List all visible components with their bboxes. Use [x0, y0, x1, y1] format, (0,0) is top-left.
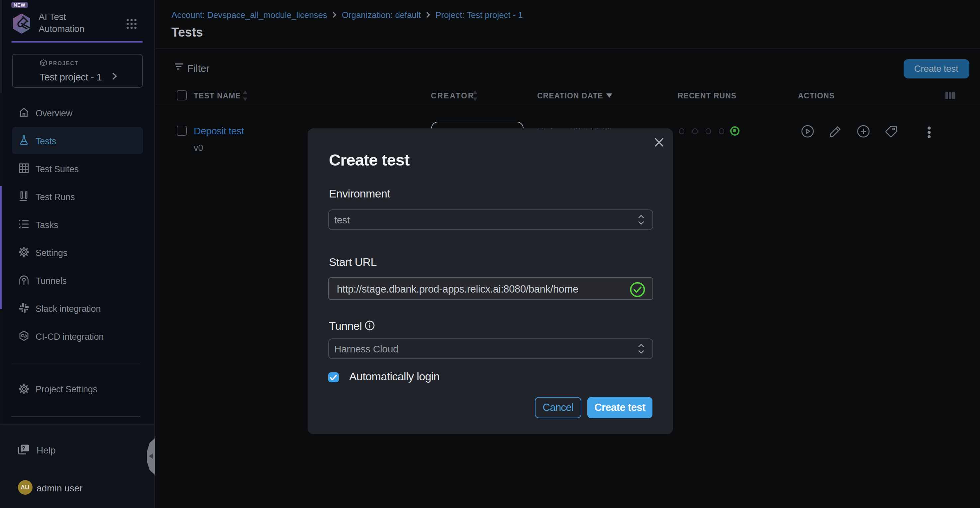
svg-text:?: ? [22, 445, 25, 452]
